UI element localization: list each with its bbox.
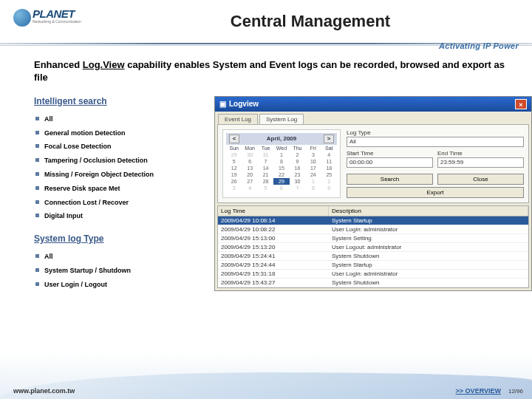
tab-systemlog[interactable]: System Log bbox=[259, 114, 304, 124]
logo: PLANET Networking & Communication bbox=[13, 9, 102, 34]
footer: www.planet.com.tw >> OVERVIEW 12/96 bbox=[13, 387, 523, 395]
table-row[interactable]: 2009/04/29 15:13:00System Setting bbox=[218, 234, 528, 243]
table-row[interactable]: 2009/04/29 15:43:27System Shutdown bbox=[218, 279, 528, 287]
logtype-label: Log Type bbox=[347, 129, 524, 136]
table-row[interactable]: 2009/04/29 15:13:20User Logout: administ… bbox=[218, 243, 528, 252]
close-icon[interactable]: × bbox=[515, 99, 527, 109]
list-item: All bbox=[35, 250, 208, 264]
footer-url: www.planet.com.tw bbox=[13, 387, 75, 395]
type-list: All System Startup / Shutdown User Login… bbox=[34, 250, 208, 291]
list-item: General motion Detection bbox=[35, 126, 208, 140]
left-column: Intelligent search All General motion De… bbox=[34, 96, 208, 292]
end-input[interactable]: 23:59:59 bbox=[437, 157, 524, 168]
export-button[interactable]: Export bbox=[347, 187, 524, 198]
overview-link[interactable]: >> OVERVIEW bbox=[456, 387, 501, 395]
window-title: Logview bbox=[229, 100, 259, 108]
table-header: Log Time Description bbox=[218, 206, 528, 216]
decorative-swoosh bbox=[0, 372, 532, 399]
logview-window: ▣ Logview × Event Log System Log < April… bbox=[214, 96, 532, 291]
logtype-select[interactable]: All bbox=[347, 137, 524, 147]
page-number: 12/96 bbox=[508, 388, 523, 395]
col-desc[interactable]: Description bbox=[329, 206, 528, 216]
list-item: Missing / Foreign Object Detection bbox=[35, 168, 208, 182]
table-row[interactable]: 2009/04/29 15:31:18User Login: administr… bbox=[218, 270, 528, 279]
search-button[interactable]: Search bbox=[347, 174, 433, 185]
list-item: Focal Lose Detection bbox=[35, 140, 208, 154]
list-item: Connection Lost / Recover bbox=[35, 196, 208, 210]
table-row[interactable]: 2009/04/29 10:08:22User Login: administr… bbox=[218, 225, 528, 234]
search-list: All General motion Detection Focal Lose … bbox=[34, 112, 208, 223]
list-item: User Login / Logout bbox=[35, 278, 208, 292]
cal-selected[interactable]: 29 bbox=[273, 178, 289, 185]
intro-text: Enhanced Log.View capability enables Sys… bbox=[34, 59, 519, 84]
list-item: Reserve Disk space Met bbox=[35, 182, 208, 196]
logo-text: PLANET bbox=[33, 7, 75, 20]
cal-month: April, 2009 bbox=[267, 135, 296, 142]
table-row[interactable]: 2009/04/29 10:08:14System Startup bbox=[218, 216, 528, 225]
list-item: All bbox=[35, 112, 208, 126]
filter-panel: Log Type All Start Time 00:00:00 End Tim… bbox=[347, 129, 524, 198]
globe-icon bbox=[13, 9, 31, 27]
subhead-search: Intelligent search bbox=[34, 96, 208, 106]
cal-prev-icon[interactable]: < bbox=[229, 134, 239, 143]
close-button[interactable]: Close bbox=[437, 174, 524, 185]
cal-next-icon[interactable]: > bbox=[324, 134, 334, 143]
list-item: Tampering / Occlusion Detection bbox=[35, 154, 208, 168]
col-time[interactable]: Log Time bbox=[218, 206, 329, 216]
start-label: Start Time bbox=[347, 150, 433, 157]
subhead-systype: System log Type bbox=[34, 233, 208, 244]
slide: PLANET Networking & Communication Centra… bbox=[0, 0, 532, 399]
cal-grid: SunMonTueWedThuFriSat 2930311234 5678910… bbox=[226, 145, 337, 191]
table-row[interactable]: 2009/04/29 15:24:44System Startup bbox=[218, 261, 528, 270]
content: Enhanced Log.View capability enables Sys… bbox=[0, 46, 532, 292]
list-item: System Startup / Shutdown bbox=[35, 264, 208, 278]
slide-title: Central Management bbox=[102, 12, 519, 31]
table-row[interactable]: 2009/04/29 15:24:41System Shutdown bbox=[218, 252, 528, 261]
header: PLANET Networking & Communication Centra… bbox=[0, 0, 532, 40]
window-titlebar: ▣ Logview × bbox=[215, 97, 531, 112]
start-input[interactable]: 00:00:00 bbox=[347, 157, 433, 168]
right-column: ▣ Logview × Event Log System Log < April… bbox=[214, 96, 532, 292]
calendar[interactable]: < April, 2009 > SunMonTueWedThuFriSat 29… bbox=[222, 129, 341, 198]
app-icon: ▣ bbox=[219, 100, 226, 108]
tabs: Event Log System Log bbox=[215, 112, 531, 124]
end-label: End Time bbox=[437, 150, 524, 157]
tab-eventlog[interactable]: Event Log bbox=[218, 114, 258, 124]
list-item: Digital Input bbox=[35, 209, 208, 223]
logo-subtitle: Networking & Communication bbox=[33, 19, 81, 24]
log-table: Log Time Description 2009/04/29 10:08:14… bbox=[217, 205, 529, 288]
